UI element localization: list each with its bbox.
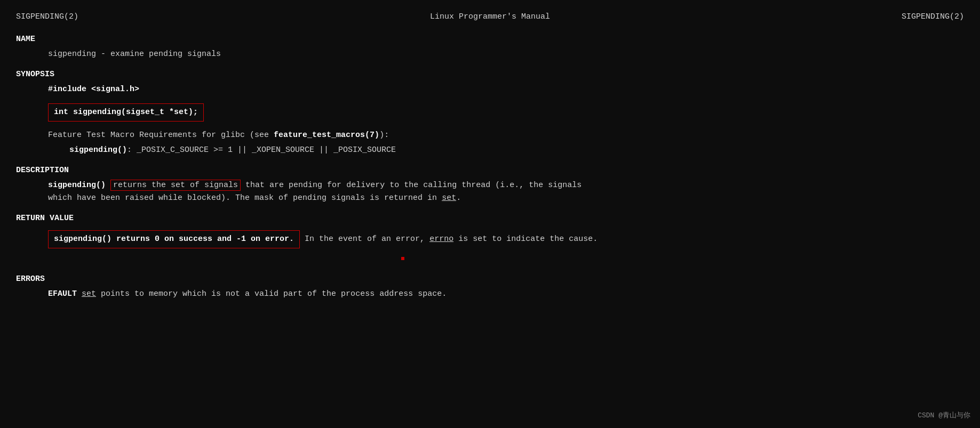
synopsis-section: SYNOPSIS #include <signal.h> int sigpend…	[16, 68, 964, 157]
synopsis-include: #include <signal.h>	[48, 83, 964, 96]
return-rest: In the event of an error,	[300, 235, 429, 244]
efault-rest: points to memory which is not a valid pa…	[96, 289, 447, 298]
errors-label: ERRORS	[16, 273, 964, 286]
efault-label: EFAULT	[48, 289, 77, 298]
ftm-detail-bold: sigpending()	[69, 146, 127, 155]
watermark: CSDN @青山与你	[918, 410, 970, 422]
desc-line1-rest: that are pending for delivery to the cal…	[241, 181, 581, 190]
desc-line2: which have been raised while blocked). T…	[48, 193, 442, 203]
errors-section: ERRORS EFAULT set points to memory which…	[16, 273, 964, 301]
synopsis-prototype-wrapper: int sigpending(sigset_t *set);	[48, 100, 964, 125]
description-line1: sigpending() returns the set of signals …	[48, 179, 964, 192]
ftm-link: feature_test_macros(7)	[274, 131, 379, 140]
desc-set: set	[442, 193, 456, 203]
ftm-intro: Feature Test Macro Requirements for glib…	[48, 131, 274, 140]
name-content: sigpending - examine pending signals	[48, 48, 964, 61]
return-errno: errno	[429, 235, 453, 244]
return-value-content: sigpending() returns 0 on success and -1…	[48, 227, 964, 252]
synopsis-ftm-detail: sigpending(): _POSIX_C_SOURCE >= 1 || _X…	[69, 144, 964, 157]
header-center: Linux Programmer's Manual	[430, 11, 550, 23]
desc-sigpending: sigpending()	[48, 181, 106, 190]
synopsis-ftm-line: Feature Test Macro Requirements for glib…	[48, 129, 964, 142]
red-dot-marker	[400, 254, 404, 263]
return-value-section: RETURN VALUE sigpending() returns 0 on s…	[16, 212, 964, 265]
description-section: DESCRIPTION sigpending() returns the set…	[16, 164, 964, 205]
ftm-detail-rest: : _POSIX_C_SOURCE >= 1 || _XOPEN_SOURCE …	[127, 146, 396, 155]
ftm-end: ):	[379, 131, 389, 140]
synopsis-prototype: int sigpending(sigset_t *set);	[48, 103, 204, 122]
return-rest2: is set to indicate the cause.	[453, 235, 597, 244]
name-section: NAME sigpending - examine pending signal…	[16, 33, 964, 61]
return-value-label: RETURN VALUE	[16, 212, 964, 225]
return-box: sigpending() returns 0 on success and -1…	[48, 230, 300, 248]
synopsis-label: SYNOPSIS	[16, 68, 964, 81]
desc-line2-end: .	[456, 193, 461, 203]
errors-line1: EFAULT set points to memory which is not…	[48, 288, 964, 301]
header-right: SIGPENDING(2)	[902, 11, 964, 23]
description-label: DESCRIPTION	[16, 164, 964, 177]
desc-box: returns the set of signals	[110, 180, 241, 191]
page-header: SIGPENDING(2) Linux Programmer's Manual …	[16, 11, 964, 23]
header-left: SIGPENDING(2)	[16, 11, 78, 23]
description-line2: which have been raised while blocked). T…	[48, 192, 964, 205]
red-dot-line	[48, 253, 964, 265]
name-label: NAME	[16, 33, 964, 46]
efault-set: set	[82, 289, 96, 298]
